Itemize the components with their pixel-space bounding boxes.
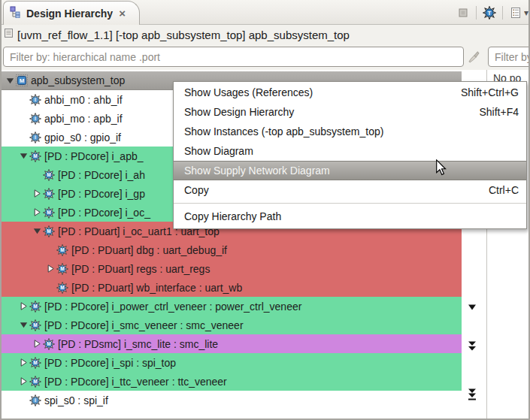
dropdown-chevron-icon[interactable]: ▾ (524, 8, 530, 18)
menu-item-label: Show Diagram (184, 145, 519, 157)
ports-filter-input[interactable] (488, 47, 530, 67)
menu-item-show-supply-network-diagram[interactable]: Show Supply Network Diagram (174, 161, 526, 180)
tree-row-label: [PD : PDcore] i_power_ctrl_veneer : powe… (44, 301, 301, 313)
module-icon: M (43, 188, 56, 200)
info-bar: [uvm_ref_flow_1.1] [-top apb_subsystem_t… (2, 25, 530, 44)
tree-row[interactable]: M[PD : PDuart] wb_interface : uart_wb (2, 278, 462, 297)
svg-text:M: M (33, 153, 37, 159)
module-icon: M (56, 244, 70, 256)
scroll-to-end-marker-icon[interactable] (467, 388, 477, 404)
svg-text:M: M (33, 360, 37, 365)
svg-text:M: M (60, 285, 64, 290)
tab-close-icon[interactable]: × (119, 8, 126, 19)
menu-item-label: Copy Hierarchy Path (184, 210, 519, 222)
top-context-label: [uvm_ref_flow_1.1] [-top apb_subsystem_t… (17, 29, 350, 41)
interface-icon: i (29, 394, 43, 406)
module-icon: M (56, 263, 70, 275)
trace-module-icon[interactable]: T (481, 4, 498, 22)
toolbar-separator (476, 6, 477, 20)
tree-row[interactable]: M[PD : PDcore] i_power_ctrl_veneer : pow… (2, 297, 462, 316)
tree-row[interactable]: ispi_s0 : spi_if (2, 391, 462, 409)
menu-item-copy-hierarchy-path[interactable]: Copy Hierarchy Path (174, 207, 526, 226)
context-menu: Show Usages (References)Shift+Ctrl+GShow… (173, 81, 527, 229)
minimized-square-icon[interactable] (455, 4, 471, 22)
tree-row-label: apbi_mo : apb_if (44, 113, 123, 125)
module-icon: M (29, 319, 43, 331)
tree-row[interactable]: M[PD : PDuart] regs : uart_regs (2, 259, 462, 278)
tree-row-label: [PD : PDuart] dbg : uart_debug_if (71, 244, 227, 256)
menu-item-show-usages-references[interactable]: Show Usages (References)Shift+Ctrl+G (174, 83, 526, 102)
svg-text:M: M (60, 247, 64, 252)
tree-row-label: [PD : PDuart] regs : uart_regs (71, 263, 210, 275)
tree-row[interactable]: M[PD : PDcore] i_spi : spi_top (2, 353, 462, 372)
mouse-cursor (435, 159, 447, 179)
expander-collapsed-icon[interactable] (18, 358, 29, 367)
module-chip-icon: M (16, 74, 29, 86)
svg-text:M: M (47, 228, 50, 234)
tab-bar: Design Hierarchy × T (2, 0, 530, 25)
svg-text:i: i (35, 116, 36, 121)
tree-row[interactable]: M[PD : PDsmc] i_smc_lite : smc_lite (2, 334, 462, 353)
tree-row[interactable]: M[PD : PDcore] i_smc_veneer : smc_veneer (2, 316, 462, 334)
svg-text:M: M (33, 379, 37, 384)
tree-row-label: [PD : PDcore] i_spi : spi_top (44, 357, 176, 369)
tree-row-label: [PD : PDcore] i_ttc_veneer : ttc_veneer (44, 376, 227, 388)
design-hierarchy-view: Design Hierarchy × T (0, 0, 530, 420)
tree-row-label: [PD : PDsmc] i_smc_lite : smc_lite (58, 338, 218, 350)
expander-expanded-icon[interactable] (18, 321, 29, 329)
expander-collapsed-icon[interactable] (18, 377, 29, 385)
interface-icon: i (29, 131, 43, 144)
module-icon: M (29, 301, 43, 313)
expander-collapsed-icon[interactable] (18, 302, 29, 310)
menu-item-shortcut: Shift+F4 (479, 106, 519, 118)
menu-item-label: Show Usages (References) (184, 86, 461, 98)
hierarchy-tree-icon (10, 6, 22, 21)
tab-design-hierarchy[interactable]: Design Hierarchy × (3, 1, 140, 25)
tree-row-label: apb_subsystem_top (31, 74, 125, 86)
menu-item-copy[interactable]: CopyCtrl+C (174, 180, 526, 200)
document-icon (4, 28, 14, 41)
menu-item-show-diagram[interactable]: Show Diagram (174, 141, 526, 161)
toolbar-separator (502, 6, 503, 20)
svg-text:M: M (60, 266, 64, 271)
module-icon: M (56, 282, 70, 294)
interface-icon: i (29, 113, 43, 125)
scroll-double-down-marker-icon[interactable] (467, 341, 477, 355)
tree-row-label: [PD : PDcore] i_smc_veneer : smc_veneer (44, 319, 244, 331)
tab-title: Design Hierarchy (26, 8, 113, 20)
menu-separator (174, 203, 526, 204)
menu-item-show-instances-top-apb-subsystem-top[interactable]: Show Instances (-top apb_subsystem_top) (174, 122, 526, 141)
tree-row-label: ahbi_m0 : ahb_if (44, 94, 123, 106)
expander-expanded-icon[interactable] (32, 227, 43, 235)
tree-row[interactable]: M[PD : PDuart] dbg : uart_debug_if (2, 240, 462, 259)
expander-collapsed-icon[interactable] (32, 189, 43, 198)
menu-item-label: Show Design Hierarchy (184, 106, 479, 118)
menu-item-shortcut: Ctrl+C (489, 184, 519, 196)
clear-filter-brush-icon[interactable] (468, 50, 480, 66)
svg-text:M: M (47, 341, 50, 346)
expander-expanded-icon[interactable] (18, 152, 29, 160)
interface-icon: i (29, 94, 43, 106)
module-icon: M (29, 357, 43, 369)
svg-text:M: M (47, 210, 50, 215)
scroll-down-marker-icon[interactable] (467, 301, 477, 314)
expander-collapsed-icon[interactable] (32, 208, 43, 216)
tree-row[interactable]: M[PD : PDcore] i_ttc_veneer : ttc_veneer (2, 372, 462, 391)
svg-text:M: M (33, 322, 37, 328)
expander-collapsed-icon[interactable] (45, 264, 56, 273)
svg-text:i: i (35, 397, 36, 403)
view-menu-list-icon[interactable] (507, 4, 524, 22)
menu-item-shortcut: Shift+Ctrl+G (461, 86, 519, 98)
expander-expanded-icon[interactable] (5, 77, 16, 85)
module-icon: M (43, 338, 56, 350)
tree-row-label: [PD : PDuart] wb_interface : uart_wb (71, 282, 242, 294)
expander-collapsed-icon[interactable] (32, 340, 43, 348)
menu-item-show-design-hierarchy[interactable]: Show Design HierarchyShift+F4 (174, 102, 526, 122)
svg-text:i: i (35, 134, 36, 140)
svg-text:M: M (20, 77, 25, 84)
hierarchy-filter-input[interactable] (3, 47, 464, 67)
tree-row-label: [PD : PDcore] i_gp (58, 188, 145, 200)
svg-text:M: M (47, 172, 50, 177)
svg-text:M: M (33, 304, 37, 309)
menu-item-label: Show Instances (-top apb_subsystem_top) (184, 125, 519, 137)
